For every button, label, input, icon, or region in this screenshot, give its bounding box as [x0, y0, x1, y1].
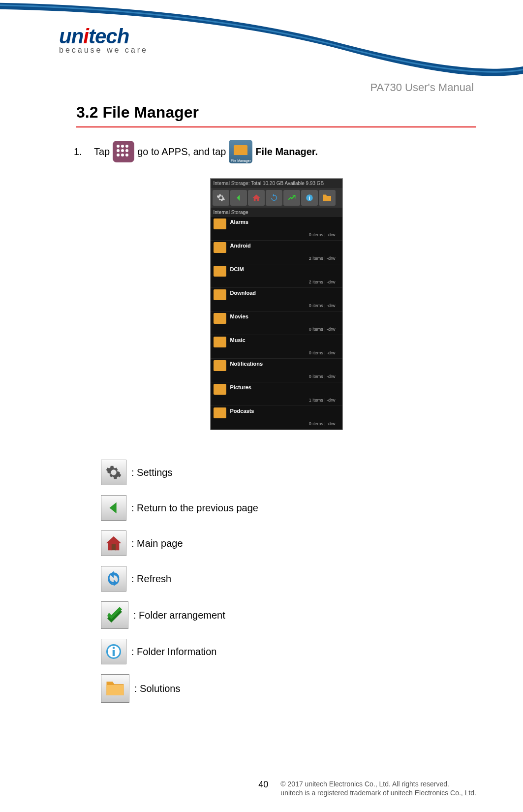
copyright-line-2: unitech is a registered trademark of uni… — [280, 788, 476, 797]
check-icon — [101, 601, 128, 629]
legend-label: : Solutions — [134, 683, 180, 694]
step-number: 1. — [74, 146, 91, 157]
ss-sort-icon — [283, 190, 300, 206]
page-number: 40 — [258, 780, 268, 790]
logo-tagline: because we care — [59, 46, 157, 55]
svg-rect-6 — [113, 650, 115, 656]
legend-main-page: : Main page — [101, 531, 476, 556]
legend-label: : Main page — [131, 538, 183, 549]
legend-label: : Refresh — [131, 573, 171, 585]
apps-icon — [113, 141, 134, 162]
legend-folder-info: : Folder Information — [101, 639, 476, 664]
file-manager-icon: File Manager — [229, 140, 252, 163]
legend-refresh: : Refresh — [101, 566, 476, 592]
ss-refresh-icon — [266, 190, 282, 206]
footer: 40 © 2017 unitech Electronics Co., Ltd. … — [0, 780, 476, 797]
app-screenshot: Internal Storage: Total 10.20 GB Availab… — [210, 178, 343, 430]
ss-back-icon — [230, 190, 247, 206]
ss-storage-header: Internal Storage: Total 10.20 GB Availab… — [211, 179, 342, 188]
folder-icon — [101, 674, 129, 703]
legend-settings: : Settings — [101, 460, 476, 485]
ss-settings-icon — [213, 190, 229, 206]
legend-label: : Folder Information — [131, 646, 216, 657]
ss-folder-item: Pictures1 items | -drw — [211, 382, 342, 406]
legend-label: : Settings — [131, 467, 172, 478]
ss-folder-item: DCIM2 items | -drw — [211, 264, 342, 288]
legend-label: : Folder arrangement — [133, 610, 225, 621]
icon-legend: : Settings : Return to the previous page… — [101, 460, 476, 703]
refresh-icon — [101, 566, 126, 592]
logo-text-1: un — [59, 25, 83, 48]
svg-text:i: i — [308, 195, 310, 201]
section-divider — [76, 126, 476, 127]
info-icon — [101, 639, 126, 664]
logo: unitech because we care — [59, 25, 157, 55]
home-icon — [101, 531, 126, 556]
ss-path: Internal Storage — [211, 208, 342, 217]
ss-folder-item: Podcasts0 items | -drw — [211, 406, 342, 430]
back-arrow-icon — [101, 495, 126, 521]
step-text-1: Tap — [94, 146, 110, 157]
section-title: 3.2 File Manager — [76, 103, 476, 122]
ss-folder-list: Alarms0 items | -drwAndroid2 items | -dr… — [211, 217, 342, 430]
svg-rect-2 — [112, 544, 116, 550]
legend-folder-arrangement: : Folder arrangement — [101, 601, 476, 629]
step-text-2: go to APPS, and tap — [137, 146, 226, 157]
settings-icon — [101, 460, 126, 485]
svg-point-5 — [113, 647, 115, 649]
ss-folder-item: Android2 items | -drw — [211, 241, 342, 264]
ss-folder-item: Music0 items | -drw — [211, 335, 342, 359]
copyright-line-1: © 2017 unitech Electronics Co., Ltd. All… — [280, 780, 476, 788]
legend-label: : Return to the previous page — [131, 502, 258, 514]
ss-info-icon: i — [301, 190, 318, 206]
ss-folder-item: Alarms0 items | -drw — [211, 217, 342, 241]
ss-folder-item: Notifications0 items | -drw — [211, 359, 342, 382]
step-text-3: File Manager. — [255, 146, 318, 157]
legend-solutions: : Solutions — [101, 674, 476, 703]
ss-folder-item: Download0 items | -drw — [211, 288, 342, 312]
step-1: 1. Tap go to APPS, and tap File Manager … — [74, 140, 476, 163]
ss-home-icon — [248, 190, 265, 206]
ss-toolbar: i — [211, 188, 342, 208]
document-title: PA730 User's Manual — [370, 81, 474, 94]
legend-return: : Return to the previous page — [101, 495, 476, 521]
logo-text-2: tech — [89, 25, 129, 48]
logo-text-i: i — [83, 25, 89, 48]
ss-folder-item: Movies0 items | -drw — [211, 312, 342, 335]
ss-folder-icon — [319, 190, 336, 206]
